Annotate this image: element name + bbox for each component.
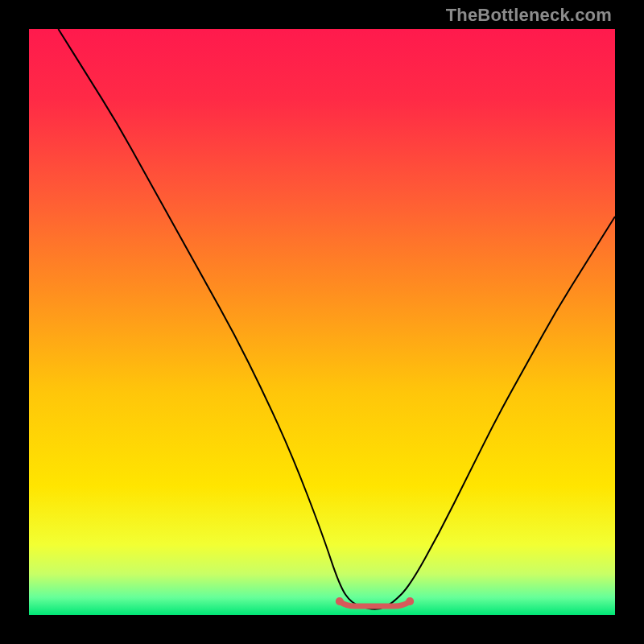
curve-layer [29,29,615,615]
optimal-range-highlight [340,601,410,606]
watermark-text: TheBottleneck.com [446,5,612,26]
plot-area [29,29,615,615]
bottleneck-curve [58,29,615,609]
optimal-range-dot-right [406,597,414,605]
optimal-range-dot-left [336,597,344,605]
chart-frame: TheBottleneck.com [0,0,644,644]
